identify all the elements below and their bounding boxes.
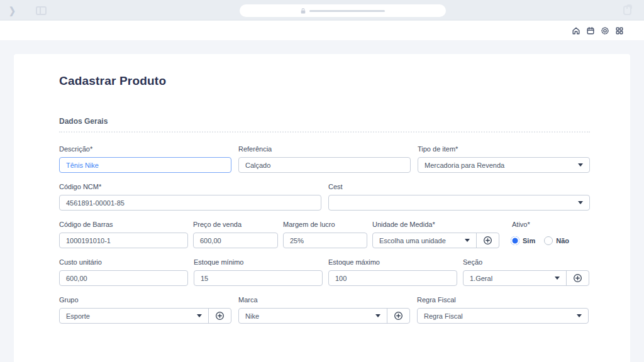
chevron-down-icon: [375, 314, 380, 317]
radio-selected-icon: [511, 236, 519, 245]
margem-lucro-input[interactable]: [283, 233, 367, 248]
custo-unitario-label: Custo unitário: [59, 258, 188, 266]
field-estoque-minimo: Estoque mínimo: [194, 258, 323, 286]
secao-label: Seção: [463, 258, 589, 266]
ativo-nao-label: Não: [556, 237, 569, 244]
field-marca: Marca Nike: [238, 296, 410, 324]
secao-select[interactable]: 1.Geral: [464, 271, 566, 285]
field-preco-venda: Preço de venda: [193, 221, 278, 248]
field-codigo-barras: Código de Barras: [59, 221, 188, 248]
url-placeholder: [309, 10, 385, 12]
add-grupo-button[interactable]: [208, 309, 231, 323]
codigo-ncm-input[interactable]: [59, 195, 321, 211]
marca-label: Marca: [238, 296, 410, 304]
plus-circle-icon: [483, 236, 492, 245]
tipo-item-value: Mercadoria para Revenda: [418, 162, 578, 169]
marca-value: Nike: [239, 312, 375, 320]
radio-unselected-icon: [544, 236, 553, 245]
calendar-icon[interactable]: [586, 26, 595, 35]
grupo-select[interactable]: Esporte: [60, 309, 208, 323]
grupo-value: Esporte: [60, 312, 197, 320]
chevron-down-icon: [577, 314, 582, 317]
app-header: [0, 21, 644, 40]
secao-combo: 1.Geral: [463, 270, 589, 286]
form-row-1: Descrição* Referência Tipo de item* Merc…: [59, 145, 590, 173]
field-referencia: Referência: [238, 145, 411, 173]
field-grupo: Grupo Esporte: [59, 296, 231, 324]
field-regra-fiscal: Regra Fiscal Regra Fiscal: [417, 296, 589, 324]
page-title: Cadastrar Produto: [59, 74, 590, 88]
home-icon[interactable]: [572, 26, 580, 35]
section-divider: [59, 131, 590, 133]
tipo-item-select[interactable]: Mercadoria para Revenda: [418, 157, 590, 173]
forward-chevron-icon[interactable]: ❯: [9, 5, 16, 16]
chevron-down-icon: [578, 163, 583, 167]
estoque-minimo-label: Estoque mínimo: [194, 258, 323, 266]
unidade-medida-combo: Escolha uma unidade: [372, 233, 499, 248]
field-tipo-item: Tipo de item* Mercadoria para Revenda: [418, 145, 590, 173]
add-unidade-button[interactable]: [476, 233, 499, 248]
plus-circle-icon: [215, 311, 225, 321]
add-secao-button[interactable]: [566, 271, 589, 285]
field-unidade-medida: Unidade de Medida* Escolha uma unidade: [372, 221, 499, 248]
section-title-dados-gerais: Dados Gerais: [59, 117, 590, 126]
field-descricao: Descrição*: [59, 145, 231, 173]
chevron-down-icon: [465, 239, 470, 242]
field-codigo-ncm: Código NCM*: [59, 183, 321, 211]
codigo-ncm-label: Código NCM*: [59, 183, 321, 190]
sidebar-panel-icon[interactable]: [36, 6, 47, 15]
ativo-radio-group: Sim Não: [504, 233, 590, 248]
estoque-minimo-input[interactable]: [194, 270, 323, 286]
chevron-down-icon: [197, 314, 202, 317]
grupo-label: Grupo: [59, 296, 231, 304]
product-form-card: Cadastrar Produto Dados Gerais Descrição…: [14, 54, 630, 362]
chevron-down-icon: [555, 277, 560, 280]
cest-select[interactable]: [328, 195, 590, 211]
unidade-medida-select[interactable]: Escolha uma unidade: [373, 233, 476, 248]
ativo-sim-label: Sim: [523, 237, 535, 244]
regra-fiscal-label: Regra Fiscal: [417, 296, 589, 304]
browser-toolbar: ❯: [0, 0, 644, 21]
ativo-nao-radio[interactable]: Não: [544, 236, 569, 245]
codigo-barras-input[interactable]: [59, 233, 188, 248]
ativo-label: Ativo*: [504, 221, 590, 228]
estoque-maximo-input[interactable]: [328, 270, 457, 286]
preco-venda-input[interactable]: [193, 233, 278, 248]
regra-fiscal-value: Regra Fiscal: [418, 312, 577, 320]
product-form: Descrição* Referência Tipo de item* Merc…: [59, 145, 590, 324]
form-row-3: Código de Barras Preço de venda Margem d…: [59, 221, 590, 248]
gear-icon[interactable]: [601, 26, 609, 35]
custo-unitario-input[interactable]: [59, 270, 188, 286]
lock-icon: [301, 8, 306, 14]
marca-combo: Nike: [238, 308, 410, 324]
field-custo-unitario: Custo unitário: [59, 258, 188, 286]
field-margem-lucro: Margem de lucro: [283, 221, 367, 248]
grupo-combo: Esporte: [59, 308, 231, 324]
unidade-medida-label: Unidade de Medida*: [372, 221, 499, 228]
plus-circle-icon: [394, 311, 403, 321]
address-bar[interactable]: [240, 4, 446, 17]
plus-circle-icon: [573, 273, 582, 283]
field-ativo: Ativo* Sim Não: [504, 221, 590, 248]
field-estoque-maximo: Estoque máximo: [328, 258, 457, 286]
regra-fiscal-select[interactable]: Regra Fiscal: [417, 308, 589, 324]
form-row-4: Custo unitário Estoque mínimo Estoque má…: [59, 258, 590, 286]
cest-label: Cest: [328, 183, 590, 190]
chevron-down-icon: [578, 201, 583, 204]
estoque-maximo-label: Estoque máximo: [328, 258, 457, 266]
codigo-barras-label: Código de Barras: [59, 221, 188, 228]
tipo-item-label: Tipo de item*: [418, 145, 590, 153]
ativo-sim-radio[interactable]: Sim: [511, 236, 535, 245]
apps-grid-icon[interactable]: [615, 26, 624, 35]
descricao-label: Descrição*: [59, 145, 231, 153]
referencia-input[interactable]: [238, 157, 411, 173]
descricao-input[interactable]: [59, 157, 231, 173]
preco-venda-label: Preço de venda: [193, 221, 278, 228]
field-secao: Seção 1.Geral: [463, 258, 589, 286]
add-marca-button[interactable]: [387, 309, 409, 323]
form-row-2: Código NCM* Cest: [59, 183, 590, 211]
form-row-5: Grupo Esporte Marca: [59, 296, 590, 324]
browser-profile-icon[interactable]: [623, 6, 631, 15]
marca-select[interactable]: Nike: [239, 309, 387, 323]
secao-value: 1.Geral: [464, 275, 555, 282]
